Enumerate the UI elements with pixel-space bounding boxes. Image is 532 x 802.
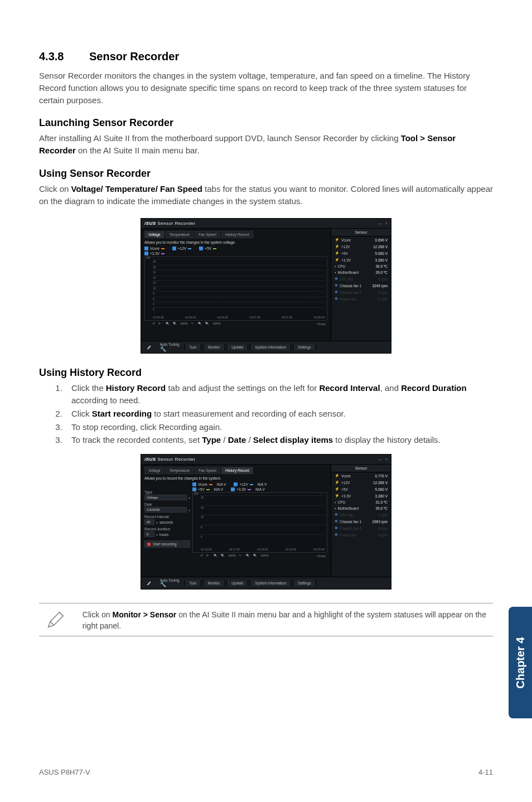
t: tab and adjust the settings on the left …: [166, 383, 319, 393]
sensor-label: +3.3V: [341, 494, 351, 498]
check-label: +12V: [239, 482, 248, 486]
tab-voltage[interactable]: Voltage: [144, 467, 165, 474]
record-duration-input[interactable]: 6: [144, 532, 154, 537]
sensor-value: 0 rpm: [378, 513, 388, 517]
legend-dot-icon: [161, 248, 165, 249]
xtick: 03:57:30: [282, 316, 292, 319]
minimize-button[interactable]: —: [378, 457, 382, 461]
wrench-icon: 🔧: [160, 582, 166, 587]
zoom-y-label: Y :: [191, 322, 195, 325]
sensor-value: 12.288 V: [373, 245, 388, 249]
zoom-in-icon[interactable]: 🔍: [221, 554, 225, 557]
check-12v[interactable]: +12V: [172, 247, 191, 250]
tab-fan-speed[interactable]: Fan Speed: [195, 467, 220, 474]
chapter-tab-label: Chapter 4: [514, 637, 527, 688]
tool-button[interactable]: Tool: [185, 580, 201, 586]
checkbox-icon: [144, 247, 148, 250]
record-interval-input[interactable]: 20: [144, 519, 154, 525]
t: Date: [228, 435, 246, 445]
sensor-label: +12V: [341, 245, 350, 249]
check-33v[interactable]: +3.3V N/A V: [231, 487, 265, 491]
sensor-label: Vcore: [341, 238, 351, 242]
sensor-value: 29.0 ºC: [375, 270, 388, 274]
check-5v[interactable]: +5V: [199, 247, 216, 250]
auto-tuning-button[interactable]: Auto Tuning🔧: [157, 579, 183, 588]
check-5v[interactable]: +5V N/A V: [192, 487, 223, 491]
xtick: 03:18:00: [257, 548, 268, 551]
type-select[interactable]: Voltage: [144, 495, 187, 500]
bolt-icon: ⚡: [335, 251, 340, 255]
sensor-label: Vcore: [341, 474, 351, 478]
tab-temperature[interactable]: Temperature: [166, 231, 194, 238]
xtick: 03:19:00: [286, 548, 296, 551]
check-na: N/A V: [258, 482, 267, 486]
bolt-icon: ⚡: [335, 494, 340, 498]
window-titlebar: /SUS Sensor Recorder — ×: [141, 219, 391, 229]
graph-zoom-controls: ↺ X :🔍🔍100% Y :🔍🔍100%: [144, 321, 327, 325]
zoom-out-icon[interactable]: 🔍: [166, 322, 170, 325]
brand-logo: /SUS: [144, 221, 156, 226]
tab-history-record[interactable]: History Record: [221, 467, 253, 474]
check-vcore[interactable]: Vcore N/A V: [192, 482, 226, 486]
ytick: 12: [153, 281, 156, 284]
record-duration-unit: hours: [159, 533, 168, 537]
checkbox-icon: [231, 487, 235, 491]
start-recording-button[interactable]: Start recording: [144, 540, 190, 548]
history-graph: (V) (Time) 20 16 12 8 4 03:16:00 03:17:0…: [192, 492, 327, 553]
xtick: 03:56:30: [217, 316, 228, 319]
fan-icon: ✲: [335, 277, 338, 281]
fan-icon: ✲: [335, 513, 338, 517]
page-footer: ASUS P8H77-V 4-11: [39, 768, 493, 776]
update-button[interactable]: Update: [226, 344, 248, 350]
monitor-button[interactable]: Monitor: [203, 580, 225, 586]
auto-tuning-button[interactable]: Auto Tuning🔧: [157, 343, 183, 352]
history-steps: Click the History Record tab and adjust …: [39, 382, 493, 446]
zoom-out-icon[interactable]: 🔍: [246, 554, 250, 557]
settings-button[interactable]: Settings: [293, 344, 316, 350]
tab-voltage[interactable]: Voltage: [144, 231, 165, 238]
zoom-out-icon[interactable]: 🔍: [214, 554, 217, 557]
sensor-label: +3.3V: [341, 258, 351, 262]
minimize-button[interactable]: —: [378, 221, 382, 225]
monitor-button[interactable]: Monitor: [203, 344, 225, 350]
xtick: 03:17:00: [229, 548, 240, 551]
check-vcore[interactable]: Vcore: [144, 247, 165, 250]
ytick: 4: [153, 302, 154, 306]
zoom-in-icon[interactable]: 🔍: [205, 322, 209, 325]
tab-history-record[interactable]: History Record: [221, 231, 253, 238]
check-33v[interactable]: +3.3V: [144, 252, 165, 255]
update-button[interactable]: Update: [226, 580, 248, 586]
using-bold: Voltage/ Temperature/ Fan Speed: [71, 184, 202, 194]
fan-icon: ✲: [335, 290, 338, 294]
sensor-label: +12V: [341, 481, 350, 485]
tab-temperature[interactable]: Temperature: [166, 467, 194, 474]
close-button[interactable]: ×: [385, 457, 388, 461]
system-info-button[interactable]: System Information: [250, 344, 291, 350]
date-select[interactable]: 1/3/2009: [144, 507, 187, 513]
legend-dot-icon: [188, 248, 191, 249]
zoom-in-icon[interactable]: 🔍: [253, 554, 257, 557]
tool-button[interactable]: Tool: [185, 344, 201, 350]
ytick: 12: [201, 515, 204, 519]
check-12v[interactable]: +12V N/A V: [234, 482, 267, 486]
check-label: Vcore: [198, 482, 207, 486]
zoom-in-icon[interactable]: 🔍: [173, 322, 177, 325]
zoom-x-label: X :: [158, 322, 162, 325]
settings-button[interactable]: Settings: [293, 580, 316, 586]
system-info-button[interactable]: System Information: [250, 580, 291, 586]
record-icon: [147, 543, 151, 546]
t: Start recording: [92, 409, 152, 418]
screenshot-sensor-recorder-history: /SUS Sensor Recorder — × Voltage Tempera…: [141, 454, 391, 590]
checkbox-icon: [144, 252, 148, 255]
close-button[interactable]: ×: [385, 221, 388, 225]
sensor-label: Power fan: [340, 297, 356, 301]
fan-icon: ✲: [335, 297, 338, 301]
date-label: Date: [144, 503, 190, 506]
tab-fan-speed[interactable]: Fan Speed: [195, 231, 220, 238]
t: Click on: [83, 610, 113, 619]
t: /: [221, 435, 228, 445]
sensor-value: 0 rpm: [378, 291, 388, 294]
ytick: 18: [153, 265, 156, 269]
zoom-out-icon[interactable]: 🔍: [198, 322, 202, 325]
sensor-panel: Sensor ⚡Vcore0.776 V ⚡+12V12.288 V ⚡+5V5…: [331, 465, 391, 577]
